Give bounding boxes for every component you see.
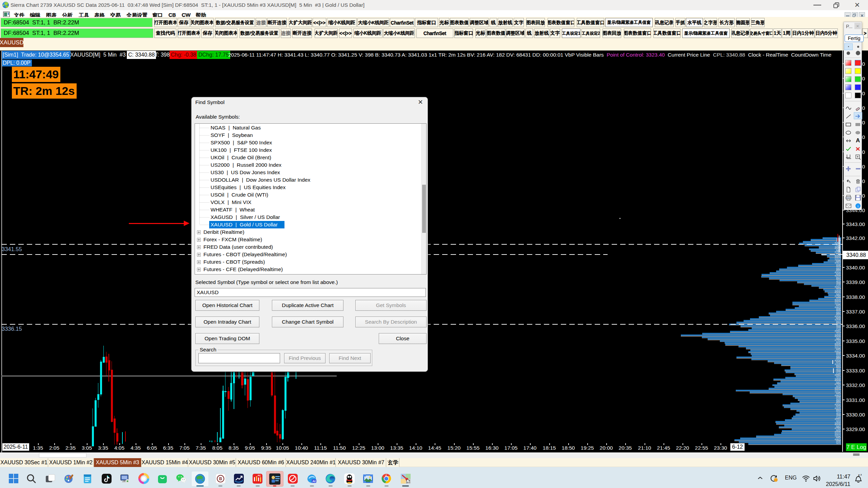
svg-text:z: z	[861, 474, 862, 476]
svg-text:AI: AI	[313, 480, 316, 483]
svg-text:PC: PC	[258, 474, 261, 477]
svg-text:B: B	[219, 476, 222, 481]
svg-text:z: z	[858, 474, 860, 477]
svg-text:i: i	[857, 204, 859, 208]
